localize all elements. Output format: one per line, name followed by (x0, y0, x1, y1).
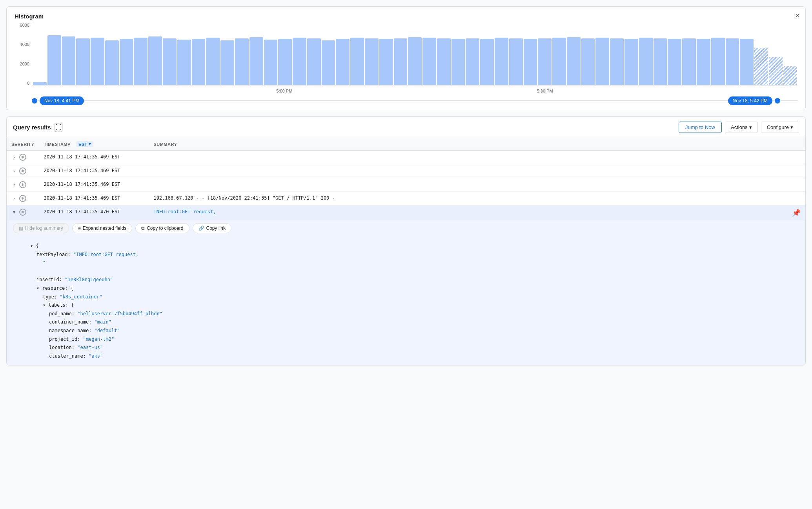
pin-icon-4[interactable]: 📌 (792, 209, 801, 217)
bar-45[interactable] (682, 38, 696, 85)
bar-2[interactable] (62, 36, 76, 85)
cluster-name-key: cluster_name: (49, 353, 86, 359)
row-expand-chevron-1[interactable]: › (11, 168, 17, 174)
bar-4[interactable] (91, 38, 104, 85)
row-expand-chevron-3[interactable]: › (11, 196, 17, 201)
log-table-body: › ✱ 2020-11-18 17:41:35.469 EST › ✱ 2020… (7, 151, 805, 365)
bar-7[interactable] (134, 38, 147, 85)
summary-value-4: INFO:root:GET request, (153, 209, 216, 215)
y-axis: 6000 4000 2000 0 (15, 23, 32, 85)
bar-29[interactable] (452, 39, 465, 85)
bar-48[interactable] (726, 38, 739, 85)
bar-9[interactable] (163, 38, 177, 85)
summary-cell-3: 192.168.67.120 - - [18/Nov/2020 22:41:35… (149, 192, 805, 205)
expand-nested-button[interactable]: ≡ Expand nested fields (72, 223, 132, 233)
detail-toolbar-row: ▤ Hide log summary ≡ Expand nested field… (7, 221, 805, 238)
bar-46[interactable] (697, 39, 710, 85)
copy-clipboard-button[interactable]: ⧉ Copy to clipboard (135, 223, 189, 233)
bar-20[interactable] (322, 40, 335, 85)
bar-33[interactable] (509, 38, 523, 85)
timezone-badge[interactable]: EST ▾ (76, 141, 93, 147)
bar-34[interactable] (524, 39, 537, 85)
bar-26[interactable] (408, 37, 422, 85)
row-expand-chevron-0[interactable]: › (11, 155, 17, 160)
bar-42[interactable] (639, 38, 653, 85)
bar-49[interactable] (740, 39, 754, 85)
expand-results-icon[interactable]: ⛶ (54, 123, 63, 132)
bar-43[interactable] (654, 38, 667, 85)
bar-13[interactable] (220, 40, 234, 85)
bar-8[interactable] (148, 36, 162, 85)
summary-cell-0 (149, 151, 805, 164)
range-start-label[interactable]: Nov 18, 4:41 PM (40, 96, 84, 105)
bar-3[interactable] (76, 38, 90, 85)
x-axis: 5:00 PM 5:30 PM (32, 89, 797, 93)
bar-0[interactable] (33, 82, 47, 85)
bar-28[interactable] (437, 38, 451, 85)
table-row[interactable]: ▾ ✱ 2020-11-18 17:41:35.470 EST INFO:roo… (7, 205, 805, 221)
type-val: "k8s_container" (60, 294, 102, 300)
bar-22[interactable] (350, 38, 364, 85)
table-row[interactable]: › ✱ 2020-11-18 17:41:35.469 EST 192.168.… (7, 192, 805, 205)
copy-link-button[interactable]: 🔗 Copy link (193, 223, 231, 233)
bar-39[interactable] (595, 38, 609, 85)
bar-51[interactable] (769, 57, 783, 85)
bar-38[interactable] (581, 38, 595, 85)
bar-35[interactable] (538, 38, 552, 85)
severity-icon-3: ✱ (19, 195, 26, 202)
actions-button[interactable]: Actions ▾ (725, 122, 758, 133)
bar-27[interactable] (422, 38, 436, 85)
type-key: type: (43, 294, 57, 300)
summary-value-3: 192.168.67.120 - - [18/Nov/2020 22:41:35… (153, 195, 335, 201)
copy-clipboard-icon: ⧉ (141, 225, 145, 231)
row-expand-chevron-4[interactable]: ▾ (11, 209, 17, 215)
table-row[interactable]: › ✱ 2020-11-18 17:41:35.469 EST (7, 164, 805, 178)
bar-41[interactable] (624, 39, 638, 85)
hide-log-icon: ▤ (19, 225, 23, 231)
text-payload-key: textPayload: (36, 252, 71, 257)
bar-18[interactable] (293, 38, 306, 85)
bar-5[interactable] (105, 40, 119, 85)
bar-24[interactable] (379, 39, 393, 85)
histogram-title: Histogram (15, 13, 797, 20)
bar-11[interactable] (192, 39, 206, 85)
bar-14[interactable] (235, 38, 249, 85)
severity-cell-4: ▾ ✱ (7, 205, 39, 221)
chart-area: 6000 4000 2000 0 5:00 PM 5:30 PM (15, 23, 797, 93)
range-start-dot[interactable] (32, 98, 37, 104)
bar-15[interactable] (249, 37, 263, 85)
bar-47[interactable] (711, 38, 725, 85)
bar-32[interactable] (495, 38, 508, 85)
timestamp-cell-4: 2020-11-18 17:41:35.470 EST (39, 205, 149, 221)
row-expand-chevron-2[interactable]: › (11, 182, 17, 187)
bar-23[interactable] (365, 38, 379, 85)
bar-17[interactable] (278, 39, 292, 85)
bar-40[interactable] (610, 38, 624, 85)
severity-cell-0: › ✱ (7, 151, 39, 164)
bar-10[interactable] (177, 40, 191, 85)
bar-44[interactable] (668, 39, 681, 85)
range-end-dot[interactable] (775, 98, 780, 104)
bar-36[interactable] (552, 38, 566, 85)
detail-toolbar: ▤ Hide log summary ≡ Expand nested field… (7, 221, 805, 237)
close-button[interactable]: × (795, 11, 800, 19)
bar-6[interactable] (120, 39, 133, 85)
table-row[interactable]: › ✱ 2020-11-18 17:41:35.469 EST (7, 151, 805, 164)
bar-19[interactable] (307, 38, 321, 85)
range-end-label[interactable]: Nov 18, 5:42 PM (728, 96, 772, 105)
bar-12[interactable] (206, 38, 220, 85)
log-detail-content: ▾ { textPayload: "INFO:root:GET request,… (7, 237, 805, 365)
timestamp-value-2: 2020-11-18 17:41:35.469 EST (44, 182, 120, 187)
table-row[interactable]: › ✱ 2020-11-18 17:41:35.469 EST (7, 178, 805, 192)
configure-button[interactable]: Configure ▾ (761, 122, 799, 133)
bar-31[interactable] (480, 39, 494, 85)
jump-to-now-button[interactable]: Jump to Now (679, 122, 722, 133)
bar-52[interactable] (783, 66, 797, 85)
bar-1[interactable] (47, 35, 61, 85)
bar-37[interactable] (567, 37, 581, 85)
bar-21[interactable] (336, 39, 350, 85)
bar-25[interactable] (394, 38, 408, 85)
bar-50[interactable] (754, 48, 768, 85)
bar-16[interactable] (264, 40, 278, 85)
bar-30[interactable] (466, 38, 479, 85)
